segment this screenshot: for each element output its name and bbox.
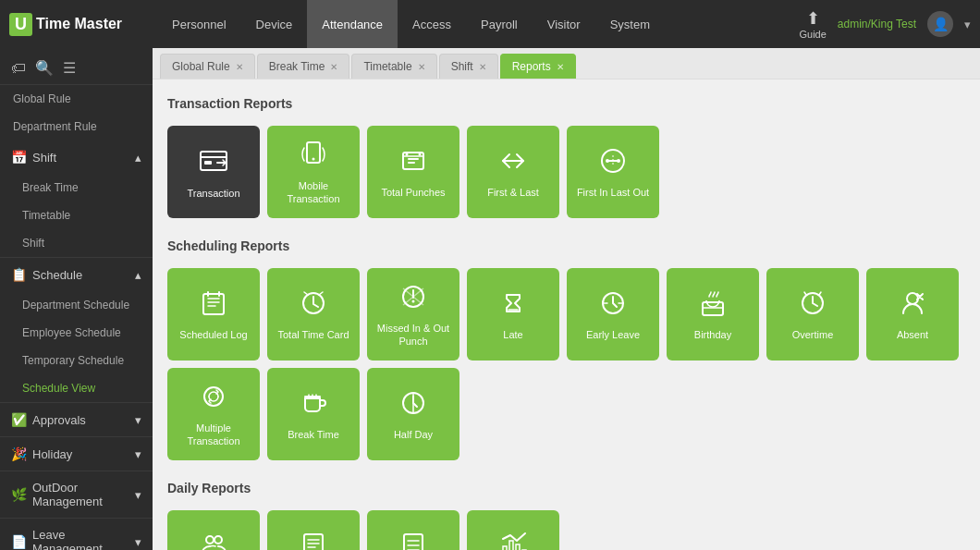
card-missed-in-out[interactable]: Missed In & Out Punch [367,268,459,361]
sidebar-item-department-rule[interactable]: Department Rule [0,113,153,141]
nav-attendance[interactable]: Attendance [307,0,398,48]
dropdown-arrow[interactable]: ▾ [964,18,971,31]
scheduling-reports-title: Scheduling Reports [167,233,965,259]
nav-personnel[interactable]: Personnel [157,0,241,48]
guide-label: Guide [799,29,826,40]
tab-timetable-label: Timetable [363,60,411,73]
card-daily-status[interactable]: Daily Status [467,510,559,550]
card-early-leave[interactable]: Early Leave [567,268,659,361]
card-half-day[interactable]: Half Day [367,368,459,460]
nav-device[interactable]: Device [241,0,308,48]
svg-point-14 [412,300,415,303]
tab-shift-close[interactable]: ✕ [479,62,486,72]
late-icon [497,287,529,324]
tab-break-time[interactable]: Break Time ✕ [257,54,350,79]
sidebar-item-break-time[interactable]: Break Time [0,174,153,202]
schedule-arrow: ▴ [135,268,141,282]
logo[interactable]: U Time Master [9,13,139,36]
tab-break-time-close[interactable]: ✕ [330,62,337,72]
top-nav: U Time Master Personnel Device Attendanc… [0,0,980,48]
shift-arrow: ▴ [135,151,141,165]
card-daily-details[interactable]: Daily Details [267,510,360,550]
sidebar-header-schedule[interactable]: 📋 Schedule ▴ [0,258,153,291]
card-total-time-card-label: Total Time Card [277,329,349,341]
card-break-time-label: Break Time [288,429,339,441]
sidebar-header-approvals[interactable]: ✅ Approvals ▾ [0,403,153,436]
nav-payroll[interactable]: Payroll [466,0,533,48]
tab-shift[interactable]: Shift ✕ [439,54,498,79]
card-first-last-label: First & Last [487,187,539,199]
half-day-icon [398,387,429,423]
card-total-punches[interactable]: Total Punches [367,126,459,218]
daily-details-icon [298,530,329,550]
sidebar: 🏷 🔍 ☰ Global Rule Department Rule 📅 Shif… [0,48,153,550]
tab-timetable[interactable]: Timetable ✕ [351,54,436,79]
card-late[interactable]: Late [467,268,559,361]
layout: 🏷 🔍 ☰ Global Rule Department Rule 📅 Shif… [0,48,980,550]
schedule-label: Schedule [32,268,135,282]
approvals-label: Approvals [32,413,135,427]
tag-icon[interactable]: 🏷 [11,60,26,77]
nav-access[interactable]: Access [398,0,466,48]
outdoor-arrow: ▾ [135,488,141,502]
card-birthday[interactable]: Birthday [667,268,759,361]
svg-rect-2 [204,161,212,165]
tab-reports[interactable]: Reports ✕ [500,54,576,79]
guide-button[interactable]: ⬆ Guide [799,8,826,40]
card-mobile-transaction[interactable]: Mobile Transaction [267,126,360,218]
card-multiple-transaction[interactable]: Multiple Transaction [167,368,260,460]
early-leave-icon [597,287,629,324]
sidebar-header-shift[interactable]: 📅 Shift ▴ [0,141,153,174]
tab-timetable-close[interactable]: ✕ [418,62,425,72]
sidebar-item-emp-schedule[interactable]: Employee Schedule [0,319,153,347]
sidebar-item-shift[interactable]: Shift [0,229,153,257]
card-total-time-card[interactable]: Total Time Card [267,268,360,361]
sidebar-item-timetable[interactable]: Timetable [0,202,153,229]
schedule-icon: 📋 [11,267,27,282]
nav-right: ⬆ Guide admin/King Test 👤 ▾ [799,8,971,40]
card-daily-summary[interactable]: Daily Summary [367,510,459,550]
user-avatar[interactable]: 👤 [927,11,953,37]
sidebar-item-schedule-view[interactable]: Schedule View [0,374,153,402]
transaction-cards-grid: Transaction Mobile Transaction [167,126,965,218]
daily-attendance-icon [198,530,229,550]
search-icon[interactable]: 🔍 [35,59,54,77]
sidebar-header-outdoor[interactable]: 🌿 OutDoor Management ▾ [0,471,153,518]
leave-icon: 📄 [11,534,27,549]
card-absent[interactable]: Absent [866,268,959,361]
daily-cards-grid: Daily Attendance Daily Details [167,510,965,550]
card-transaction[interactable]: Transaction [167,126,260,218]
user-info[interactable]: admin/King Test [838,18,916,31]
card-first-in-last-out[interactable]: First In Last Out [567,126,659,218]
leave-label: Leave Management [32,528,135,550]
card-break-time[interactable]: Break Time [267,368,360,460]
sidebar-item-temp-schedule[interactable]: Temporary Schedule [0,347,153,374]
tabs-bar: Global Rule ✕ Break Time ✕ Timetable ✕ S… [153,48,980,79]
svg-point-19 [204,387,223,406]
card-first-last[interactable]: First & Last [467,126,559,218]
card-scheduled-log[interactable]: Scheduled Log [167,268,260,361]
sidebar-item-dept-schedule[interactable]: Department Schedule [0,291,153,319]
menu-icon[interactable]: ☰ [63,59,76,77]
holiday-arrow: ▾ [135,447,141,461]
sidebar-item-global-rule[interactable]: Global Rule [0,85,153,113]
tab-global-rule-close[interactable]: ✕ [236,62,243,72]
sidebar-header-leave[interactable]: 📄 Leave Management ▾ [0,519,153,550]
tab-global-rule-label: Global Rule [172,60,230,73]
leave-arrow: ▾ [135,535,141,549]
sidebar-header-holiday[interactable]: 🎉 Holiday ▾ [0,437,153,471]
approvals-arrow: ▾ [135,413,141,427]
card-daily-attendance[interactable]: Daily Attendance [167,510,260,550]
outdoor-label: OutDoor Management [32,481,135,508]
logo-text: Time Master [36,16,122,32]
tab-global-rule[interactable]: Global Rule ✕ [160,54,255,79]
nav-system[interactable]: System [595,0,665,48]
tab-reports-close[interactable]: ✕ [557,62,564,72]
svg-rect-0 [201,152,227,170]
sidebar-section-leave: 📄 Leave Management ▾ [0,519,153,550]
card-absent-label: Absent [897,329,928,341]
card-overtime[interactable]: Overtime [766,268,859,361]
sidebar-section-schedule: 📋 Schedule ▴ Department Schedule Employe… [0,258,153,403]
main-content: Global Rule ✕ Break Time ✕ Timetable ✕ S… [153,48,980,550]
nav-visitor[interactable]: Visitor [533,0,595,48]
